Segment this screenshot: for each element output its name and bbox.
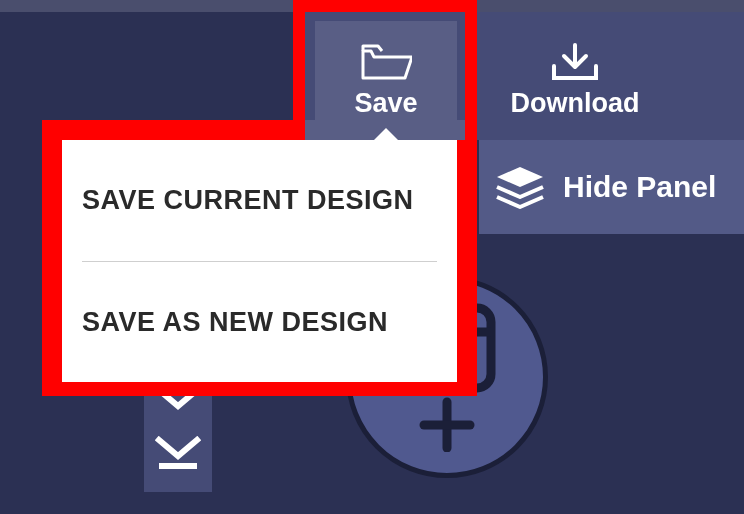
menu-item-save-current[interactable]: SAVE CURRENT DESIGN [62,140,457,261]
menu-item-label: SAVE CURRENT DESIGN [82,185,414,216]
svg-marker-4 [497,167,543,187]
download-icon [550,42,600,82]
download-button-label: Download [511,88,640,119]
hide-panel-label: Hide Panel [563,170,716,204]
layers-icon [495,165,545,209]
dropdown-pointer [374,128,398,140]
highlight-frame-top [293,0,477,140]
chevron-down-bar-icon [155,436,201,470]
save-dropdown-menu: SAVE CURRENT DESIGN SAVE AS NEW DESIGN [62,140,457,382]
menu-item-label: SAVE AS NEW DESIGN [82,307,388,338]
menu-item-save-as-new[interactable]: SAVE AS NEW DESIGN [62,262,457,383]
collapse-chevrons[interactable] [152,386,204,470]
download-button[interactable]: Download [485,21,665,140]
panel-toggle-bar[interactable]: Hide Panel [479,140,744,234]
